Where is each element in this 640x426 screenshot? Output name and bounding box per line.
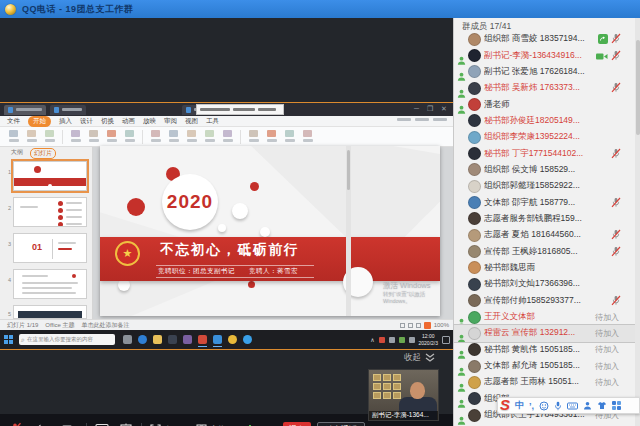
input-mode-toggle[interactable]: 中	[515, 399, 524, 412]
edge-browser-icon[interactable]	[138, 335, 147, 344]
ppt-doc-tab[interactable]	[50, 105, 86, 115]
member-row[interactable]: 文体部 郝允琦 1505185... 待加入	[454, 358, 635, 374]
member-row[interactable]: 秘书部 丁宇1771544102...	[454, 145, 635, 161]
tray-expand-icon[interactable]: ∧	[370, 336, 374, 343]
menu-item-7[interactable]: 审阅	[164, 117, 177, 126]
skype-blue-icon[interactable]	[243, 335, 252, 344]
sogou-yellow-icon[interactable]	[228, 335, 237, 344]
slide-thumbnail-3[interactable]: 01	[13, 233, 87, 263]
member-row[interactable]: 志愿者部 王雨林 15051... 待加入	[454, 374, 635, 390]
ppt-menu-bar[interactable]: 文件开始插入设计切换动画放映审阅视图工具	[0, 116, 453, 127]
member-row[interactable]: 宣传部付帅1585293377...	[454, 293, 635, 309]
sogou-voice-icon[interactable]	[554, 401, 562, 411]
system-tray[interactable]: ∧ 12:00 2020/2/3	[370, 333, 450, 346]
sogou-logo-icon[interactable]: S	[500, 397, 510, 412]
ribbon-tool-icon[interactable]	[124, 130, 135, 143]
collapse-panel-button[interactable]: 收起	[404, 352, 436, 364]
tray-icon[interactable]	[389, 337, 395, 343]
sogou-emoji-icon[interactable]	[539, 401, 549, 411]
ribbon-tool-icon[interactable]	[186, 130, 197, 143]
member-row[interactable]: 副书记 张爱旭 17626184...	[454, 64, 635, 80]
self-video-thumbnail[interactable]: 副书记-李漪-1364...	[368, 369, 439, 421]
ribbon-tool-icon[interactable]	[88, 130, 99, 143]
normal-view-icon[interactable]	[400, 323, 405, 328]
notes-placeholder[interactable]: 单击此处添加备注	[82, 321, 130, 330]
slide-thumbnail-2[interactable]	[13, 197, 87, 227]
slide-thumbnail-4[interactable]	[13, 269, 87, 299]
slideshow-play-icon[interactable]	[424, 322, 431, 329]
sogou-punctuation-icon[interactable]: ’,	[529, 401, 534, 411]
member-row[interactable]: 王开义文体部 待加入	[454, 309, 635, 325]
slide-thumbnail-5[interactable]	[13, 305, 87, 319]
sorter-view-icon[interactable]	[408, 323, 413, 328]
member-row[interactable]: 文体部 邵宇航 158779...	[454, 194, 635, 210]
photos-icon[interactable]	[183, 335, 192, 344]
taskbar-app-icons[interactable]	[123, 335, 252, 344]
member-row[interactable]: 宣传部 王枫婷1816805...	[454, 243, 635, 259]
member-row[interactable]: 志愿者 夏焰 181644560...	[454, 227, 635, 243]
taskbar-clock[interactable]: 12:00 2020/2/3	[419, 333, 438, 346]
sogou-skin-icon[interactable]	[583, 401, 592, 410]
ribbon-tool-icon[interactable]	[106, 130, 117, 143]
settings-icon[interactable]	[123, 335, 132, 344]
ribbon-tool-icon[interactable]	[222, 130, 233, 143]
ribbon-tool-icon[interactable]	[44, 130, 55, 143]
menu-item-3[interactable]: 设计	[80, 117, 93, 126]
member-row[interactable]: 副书记-李漪-136434916...	[454, 47, 635, 63]
qq-red-icon[interactable]	[198, 335, 207, 344]
ribbon-tool-icon[interactable]	[8, 130, 19, 143]
ribbon-tool-icon[interactable]	[266, 130, 277, 143]
member-row[interactable]: 秘书部孙俊廷18205149...	[454, 113, 635, 129]
exit-button[interactable]: 退出	[283, 422, 311, 426]
whiteboard-icon[interactable]	[119, 423, 133, 426]
member-row[interactable]: 秘书部 吴新炜 1763373...	[454, 80, 635, 96]
ppt-document-tabbar[interactable]: + ─ ❐ ✕	[0, 103, 453, 116]
tray-icon[interactable]	[409, 337, 415, 343]
menu-right-tools[interactable]	[397, 118, 447, 121]
ribbon-tool-icon[interactable]	[70, 130, 81, 143]
sogou-toolbox-icon[interactable]	[612, 401, 621, 410]
notification-center-icon[interactable]	[442, 336, 450, 344]
tab-slides[interactable]: 幻灯片	[30, 148, 56, 159]
tab-outline[interactable]: 大纲	[8, 148, 26, 159]
member-row[interactable]: 志愿者服务部钱鹏程159...	[454, 211, 635, 227]
start-button-icon[interactable]	[4, 335, 14, 345]
display-icon[interactable]	[168, 335, 177, 344]
taskbar-search-input[interactable]: ⌕ 在这里输入你要搜索的内容	[19, 334, 115, 345]
member-row[interactable]: 潘老师	[454, 96, 635, 112]
ribbon-tool-icon[interactable]	[248, 130, 259, 143]
end-call-button[interactable]: 结束通话	[317, 422, 365, 426]
menu-item-4[interactable]: 切换	[101, 117, 114, 126]
reading-view-icon[interactable]	[416, 323, 421, 328]
member-row[interactable]: 秘书部刘文灿17366396...	[454, 276, 635, 292]
sogou-input-toolbar[interactable]: S 中 ’,	[497, 397, 640, 414]
status-right-tools[interactable]: 100%	[400, 322, 449, 329]
menu-item-8[interactable]: 视图	[185, 117, 198, 126]
ribbon-tool-icon[interactable]	[204, 130, 215, 143]
member-row[interactable]: 组织部 商雪姣 18357194...	[454, 31, 635, 47]
windows-taskbar[interactable]: ⌕ 在这里输入你要搜索的内容 ∧ 12:00 2020/2/3	[0, 330, 453, 349]
ribbon-tool-icon[interactable]	[168, 130, 179, 143]
qq-blue-icon[interactable]	[213, 335, 222, 344]
mic-muted-red-icon[interactable]	[8, 422, 22, 426]
menu-item-2[interactable]: 插入	[59, 117, 72, 126]
menu-item-6[interactable]: 放映	[143, 117, 156, 126]
slide-scrollbar[interactable]	[346, 146, 351, 316]
member-row[interactable]: 秘书部 黄凯伟 1505185... 待加入	[454, 342, 635, 358]
member-row[interactable]: 组织部郭懿瑾15852922...	[454, 178, 635, 194]
slide-thumbnail-1[interactable]	[13, 161, 87, 191]
folder-icon[interactable]	[153, 335, 162, 344]
member-row[interactable]: 程雷云 宣传部 132912... 待加入	[454, 325, 635, 341]
member-row[interactable]: 组织部 侯文博 158529...	[454, 162, 635, 178]
member-row[interactable]: 组织部李荣康13952224...	[454, 129, 635, 145]
ppt-doc-tab[interactable]	[4, 105, 46, 115]
menu-item-5[interactable]: 动画	[122, 117, 135, 126]
menu-item-0[interactable]: 文件	[7, 117, 20, 126]
ppt-ribbon[interactable]	[0, 127, 453, 147]
sogou-clothes-icon[interactable]	[597, 401, 607, 410]
screen-share-icon[interactable]	[95, 423, 109, 426]
ribbon-tool-icon[interactable]	[284, 130, 295, 143]
ribbon-tool-icon[interactable]	[302, 130, 313, 143]
menu-item-1[interactable]: 开始	[28, 116, 51, 127]
ribbon-tool-icon[interactable]	[150, 130, 161, 143]
